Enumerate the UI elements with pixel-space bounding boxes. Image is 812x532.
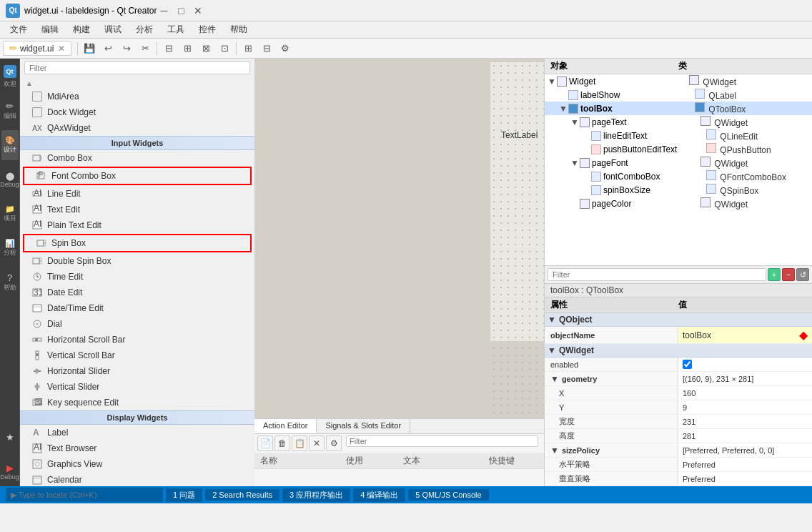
- sidebar-help[interactable]: ? 帮助: [1, 267, 19, 297]
- widget-item-vslider[interactable]: Vertical Slider: [20, 379, 254, 395]
- tree-item-labelshow[interactable]: labelShow QLabel: [545, 88, 812, 102]
- scroll-up[interactable]: ▲: [20, 78, 254, 89]
- tree-item-toolbox[interactable]: ▼ toolBox QToolBox: [545, 102, 812, 115]
- menu-edit[interactable]: 编辑: [34, 22, 66, 37]
- status-tab-problems[interactable]: 1 问题: [166, 488, 202, 502]
- prop-add-btn[interactable]: +: [768, 268, 781, 281]
- widget-item-doublespinbox[interactable]: Double Spin Box: [20, 253, 254, 269]
- action-delete-btn[interactable]: 🗑: [274, 435, 290, 451]
- toolbar-btn-form[interactable]: ⊡: [216, 40, 233, 57]
- tree-item-widget[interactable]: ▼ Widget QWidget: [545, 74, 812, 88]
- toolbar-btn-snap[interactable]: ⊟: [258, 40, 275, 57]
- canvas-area[interactable]: 编辑文本 字体字号 TextLabel: [490, 62, 544, 341]
- objectname-indicator[interactable]: ◆: [799, 328, 808, 342]
- toggle-pagetext[interactable]: ▼: [570, 117, 579, 127]
- widget-item-hscrollbar[interactable]: Horizontal Scroll Bar: [20, 332, 254, 348]
- toolbar-btn-save[interactable]: 💾: [81, 40, 98, 57]
- action-settings-btn[interactable]: ⚙: [326, 435, 342, 451]
- widget-item-vscrollbar[interactable]: Vertical Scroll Bar: [20, 348, 254, 363]
- prop-value-hpolicy[interactable]: Preferred: [678, 458, 812, 471]
- widget-item-dial[interactable]: Dial: [20, 316, 254, 332]
- widget-item-mdiarea[interactable]: MdiArea: [20, 89, 254, 104]
- tree-item-fontcombobox[interactable]: fontComboBox QFontComboBox: [545, 169, 812, 183]
- sidebar-debug2[interactable]: ▶ Debug: [1, 456, 19, 486]
- file-tab[interactable]: ✏ widget.ui ✕: [3, 41, 71, 56]
- prop-remove-btn[interactable]: −: [782, 268, 795, 281]
- widget-item-keyseq[interactable]: ⌨ Key sequence Edit: [20, 395, 254, 410]
- enabled-checkbox[interactable]: [683, 360, 692, 369]
- status-search-input[interactable]: [6, 488, 163, 502]
- widget-item-calendar[interactable]: Calendar: [20, 472, 254, 486]
- widget-item-qaxwidget[interactable]: AX QAxWidget: [20, 120, 254, 136]
- tree-item-pagetext[interactable]: ▼ pageText QWidget: [545, 115, 812, 129]
- maximize-button[interactable]: □: [174, 4, 188, 18]
- sidebar-debug[interactable]: ⬤ Debug: [1, 164, 19, 194]
- action-delete2-btn[interactable]: ✕: [309, 435, 325, 451]
- qwidget-chevron[interactable]: ▼: [548, 345, 556, 355]
- sidebar-welcome[interactable]: Qt 欢迎: [1, 61, 19, 92]
- prop-value-objectname[interactable]: toolBox ◆: [678, 327, 812, 343]
- widget-item-combobox[interactable]: Combo Box: [20, 150, 254, 166]
- toggle-widget[interactable]: ▼: [548, 77, 556, 87]
- widget-item-spinbox[interactable]: Spin Box: [23, 234, 252, 252]
- toolbar-btn-grid[interactable]: ⊞: [239, 40, 257, 57]
- close-button[interactable]: ✕: [191, 4, 205, 18]
- widget-item-timeedit[interactable]: Time Edit: [20, 269, 254, 285]
- toggle-pagefont[interactable]: ▼: [570, 158, 579, 168]
- tree-item-lineedittext[interactable]: lineEditText QLineEdit: [545, 129, 812, 142]
- tab-signals-slots[interactable]: Signals & Slots Editor: [317, 419, 410, 433]
- sidebar-project[interactable]: 📁 项目: [1, 199, 19, 229]
- widget-item-graphicsview[interactable]: Graphics View: [20, 456, 254, 472]
- menu-controls[interactable]: 控件: [192, 22, 223, 37]
- sidebar-design[interactable]: 🎨 设计: [1, 130, 19, 160]
- design-canvas[interactable]: 编辑文本 字体字号 TextLabel: [254, 59, 544, 418]
- tree-item-pushbutton[interactable]: pushButtonEditText QPushButton: [545, 142, 812, 156]
- widget-item-textedit[interactable]: AI Text Edit: [20, 202, 254, 217]
- widget-item-hslider[interactable]: Horizontal Slider: [20, 363, 254, 379]
- widget-item-textbrowser[interactable]: AI Text Browser: [20, 440, 254, 456]
- menu-help[interactable]: 帮助: [223, 22, 254, 37]
- action-filter-input[interactable]: [346, 435, 538, 447]
- widget-item-lineedit[interactable]: AI Line Edit: [20, 186, 254, 202]
- prop-filter-input[interactable]: [548, 268, 766, 281]
- prop-reset-btn[interactable]: ↺: [796, 268, 809, 281]
- widget-filter-input[interactable]: [24, 61, 250, 74]
- prop-value-vpolicy[interactable]: Preferred: [678, 472, 812, 486]
- action-copy-btn[interactable]: 📋: [292, 435, 307, 451]
- menu-file[interactable]: 文件: [3, 22, 34, 37]
- widget-item-dockwidget[interactable]: Dock Widget: [20, 104, 254, 120]
- text-label-widget[interactable]: TextLabel: [501, 130, 538, 140]
- file-tab-close[interactable]: ✕: [58, 44, 65, 54]
- status-tab-qml-console[interactable]: 5 QML/JS Console: [408, 489, 488, 501]
- widget-item-dateedit[interactable]: 31 Date Edit: [20, 285, 254, 300]
- sidebar-analyze[interactable]: 📊 分析: [1, 233, 19, 263]
- tree-item-spinboxsize[interactable]: spinBoxSize QSpinBox: [545, 183, 812, 197]
- widget-item-datetimeedit[interactable]: Date/Time Edit: [20, 300, 254, 316]
- toolbar-btn-cut[interactable]: ✂: [137, 40, 154, 57]
- prop-value-enabled[interactable]: [678, 358, 812, 371]
- widget-item-fontcombobox[interactable]: F Font Combo Box: [23, 167, 252, 185]
- menu-analyze[interactable]: 分析: [129, 22, 160, 37]
- prop-value-height[interactable]: 281: [678, 429, 812, 443]
- toolbar-btn-layout-g[interactable]: ⊠: [197, 40, 214, 57]
- tab-action-editor[interactable]: Action Editor: [254, 419, 317, 433]
- tree-item-pagefont[interactable]: ▼ pageFont QWidget: [545, 156, 812, 169]
- toolbar-btn-redo[interactable]: ↪: [118, 40, 135, 57]
- menu-build[interactable]: 构建: [66, 22, 97, 37]
- sidebar-extra[interactable]: ★: [1, 422, 19, 452]
- toolbar-btn-layout-h[interactable]: ⊟: [160, 40, 177, 57]
- sidebar-edit[interactable]: ✏ 编辑: [1, 96, 19, 126]
- status-tab-app-output[interactable]: 3 应用程序输出: [282, 488, 350, 502]
- status-tab-compile-output[interactable]: 4 编译输出: [353, 488, 405, 502]
- geometry-chevron[interactable]: ▼: [550, 374, 559, 384]
- widget-item-label[interactable]: A Label: [20, 425, 254, 440]
- sizepolicy-chevron[interactable]: ▼: [550, 445, 559, 455]
- qobject-chevron[interactable]: ▼: [548, 315, 556, 325]
- toggle-toolbox[interactable]: ▼: [559, 104, 568, 114]
- menu-debug[interactable]: 调试: [97, 22, 129, 37]
- minimize-button[interactable]: ─: [157, 4, 171, 18]
- status-tab-search-results[interactable]: 2 Search Results: [205, 489, 279, 501]
- prop-value-width[interactable]: 231: [678, 415, 812, 428]
- menu-tools[interactable]: 工具: [160, 22, 192, 37]
- prop-value-x[interactable]: 160: [678, 386, 812, 400]
